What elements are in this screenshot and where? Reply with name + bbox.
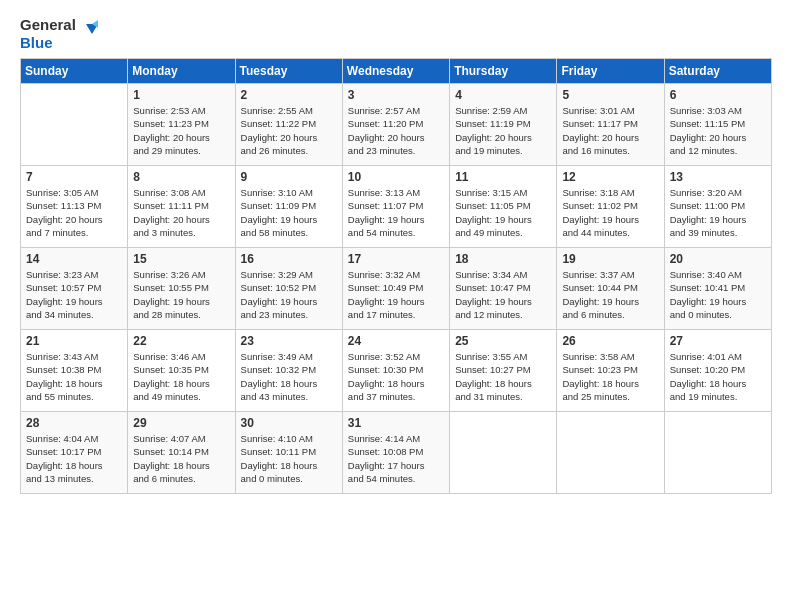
calendar-cell: 3Sunrise: 2:57 AM Sunset: 11:20 PM Dayli… [342,84,449,166]
day-info: Sunrise: 3:26 AM Sunset: 10:55 PM Daylig… [133,268,229,321]
day-number: 19 [562,252,658,266]
calendar-cell: 21Sunrise: 3:43 AM Sunset: 10:38 PM Dayl… [21,330,128,412]
day-number: 3 [348,88,444,102]
day-info: Sunrise: 3:58 AM Sunset: 10:23 PM Daylig… [562,350,658,403]
day-number: 30 [241,416,337,430]
day-number: 17 [348,252,444,266]
calendar-cell: 28Sunrise: 4:04 AM Sunset: 10:17 PM Dayl… [21,412,128,494]
weekday-friday: Friday [557,59,664,84]
day-info: Sunrise: 3:55 AM Sunset: 10:27 PM Daylig… [455,350,551,403]
week-row-2: 7Sunrise: 3:05 AM Sunset: 11:13 PM Dayli… [21,166,772,248]
day-number: 24 [348,334,444,348]
calendar-cell: 26Sunrise: 3:58 AM Sunset: 10:23 PM Dayl… [557,330,664,412]
calendar-cell [557,412,664,494]
weekday-tuesday: Tuesday [235,59,342,84]
calendar-cell: 29Sunrise: 4:07 AM Sunset: 10:14 PM Dayl… [128,412,235,494]
logo: General Blue [20,16,98,52]
day-number: 21 [26,334,122,348]
logo-container: General Blue [20,16,98,52]
day-info: Sunrise: 4:01 AM Sunset: 10:20 PM Daylig… [670,350,766,403]
calendar-cell: 11Sunrise: 3:15 AM Sunset: 11:05 PM Dayl… [450,166,557,248]
day-info: Sunrise: 2:57 AM Sunset: 11:20 PM Daylig… [348,104,444,157]
day-info: Sunrise: 2:59 AM Sunset: 11:19 PM Daylig… [455,104,551,157]
day-info: Sunrise: 3:32 AM Sunset: 10:49 PM Daylig… [348,268,444,321]
day-number: 31 [348,416,444,430]
week-row-4: 21Sunrise: 3:43 AM Sunset: 10:38 PM Dayl… [21,330,772,412]
calendar-cell: 2Sunrise: 2:55 AM Sunset: 11:22 PM Dayli… [235,84,342,166]
calendar-cell: 8Sunrise: 3:08 AM Sunset: 11:11 PM Dayli… [128,166,235,248]
day-info: Sunrise: 3:52 AM Sunset: 10:30 PM Daylig… [348,350,444,403]
calendar-cell: 17Sunrise: 3:32 AM Sunset: 10:49 PM Dayl… [342,248,449,330]
calendar-cell: 24Sunrise: 3:52 AM Sunset: 10:30 PM Dayl… [342,330,449,412]
day-number: 11 [455,170,551,184]
calendar-cell: 16Sunrise: 3:29 AM Sunset: 10:52 PM Dayl… [235,248,342,330]
day-info: Sunrise: 4:04 AM Sunset: 10:17 PM Daylig… [26,432,122,485]
calendar-cell: 13Sunrise: 3:20 AM Sunset: 11:00 PM Dayl… [664,166,771,248]
week-row-1: 1Sunrise: 2:53 AM Sunset: 11:23 PM Dayli… [21,84,772,166]
calendar-cell: 25Sunrise: 3:55 AM Sunset: 10:27 PM Dayl… [450,330,557,412]
day-number: 23 [241,334,337,348]
day-number: 25 [455,334,551,348]
day-info: Sunrise: 3:03 AM Sunset: 11:15 PM Daylig… [670,104,766,157]
day-number: 6 [670,88,766,102]
day-info: Sunrise: 3:43 AM Sunset: 10:38 PM Daylig… [26,350,122,403]
calendar-cell: 18Sunrise: 3:34 AM Sunset: 10:47 PM Dayl… [450,248,557,330]
weekday-sunday: Sunday [21,59,128,84]
calendar-cell: 15Sunrise: 3:26 AM Sunset: 10:55 PM Dayl… [128,248,235,330]
day-info: Sunrise: 2:53 AM Sunset: 11:23 PM Daylig… [133,104,229,157]
calendar-cell: 12Sunrise: 3:18 AM Sunset: 11:02 PM Dayl… [557,166,664,248]
week-row-5: 28Sunrise: 4:04 AM Sunset: 10:17 PM Dayl… [21,412,772,494]
calendar-cell: 20Sunrise: 3:40 AM Sunset: 10:41 PM Dayl… [664,248,771,330]
day-number: 18 [455,252,551,266]
day-info: Sunrise: 4:14 AM Sunset: 10:08 PM Daylig… [348,432,444,485]
day-info: Sunrise: 3:29 AM Sunset: 10:52 PM Daylig… [241,268,337,321]
day-number: 10 [348,170,444,184]
logo-text: General Blue [20,16,76,52]
day-number: 22 [133,334,229,348]
calendar-cell: 27Sunrise: 4:01 AM Sunset: 10:20 PM Dayl… [664,330,771,412]
calendar-cell: 5Sunrise: 3:01 AM Sunset: 11:17 PM Dayli… [557,84,664,166]
weekday-monday: Monday [128,59,235,84]
day-number: 14 [26,252,122,266]
day-info: Sunrise: 4:10 AM Sunset: 10:11 PM Daylig… [241,432,337,485]
day-info: Sunrise: 3:13 AM Sunset: 11:07 PM Daylig… [348,186,444,239]
calendar-cell: 14Sunrise: 3:23 AM Sunset: 10:57 PM Dayl… [21,248,128,330]
calendar-cell [664,412,771,494]
calendar-cell: 19Sunrise: 3:37 AM Sunset: 10:44 PM Dayl… [557,248,664,330]
calendar-cell: 4Sunrise: 2:59 AM Sunset: 11:19 PM Dayli… [450,84,557,166]
calendar-page: General Blue SundayMondayTuesdayWednesda… [0,0,792,612]
day-number: 20 [670,252,766,266]
day-number: 12 [562,170,658,184]
day-info: Sunrise: 3:34 AM Sunset: 10:47 PM Daylig… [455,268,551,321]
day-info: Sunrise: 3:18 AM Sunset: 11:02 PM Daylig… [562,186,658,239]
day-number: 7 [26,170,122,184]
day-number: 26 [562,334,658,348]
calendar-cell [21,84,128,166]
day-number: 2 [241,88,337,102]
calendar-cell: 23Sunrise: 3:49 AM Sunset: 10:32 PM Dayl… [235,330,342,412]
calendar-cell: 1Sunrise: 2:53 AM Sunset: 11:23 PM Dayli… [128,84,235,166]
day-info: Sunrise: 3:10 AM Sunset: 11:09 PM Daylig… [241,186,337,239]
calendar-cell [450,412,557,494]
calendar-cell: 30Sunrise: 4:10 AM Sunset: 10:11 PM Dayl… [235,412,342,494]
day-number: 27 [670,334,766,348]
calendar-cell: 22Sunrise: 3:46 AM Sunset: 10:35 PM Dayl… [128,330,235,412]
calendar-body: 1Sunrise: 2:53 AM Sunset: 11:23 PM Dayli… [21,84,772,494]
weekday-saturday: Saturday [664,59,771,84]
day-info: Sunrise: 3:40 AM Sunset: 10:41 PM Daylig… [670,268,766,321]
day-info: Sunrise: 3:23 AM Sunset: 10:57 PM Daylig… [26,268,122,321]
day-info: Sunrise: 4:07 AM Sunset: 10:14 PM Daylig… [133,432,229,485]
day-info: Sunrise: 3:20 AM Sunset: 11:00 PM Daylig… [670,186,766,239]
day-number: 1 [133,88,229,102]
day-number: 4 [455,88,551,102]
calendar-table: SundayMondayTuesdayWednesdayThursdayFrid… [20,58,772,494]
day-number: 8 [133,170,229,184]
header: General Blue [20,16,772,52]
day-number: 13 [670,170,766,184]
calendar-cell: 10Sunrise: 3:13 AM Sunset: 11:07 PM Dayl… [342,166,449,248]
week-row-3: 14Sunrise: 3:23 AM Sunset: 10:57 PM Dayl… [21,248,772,330]
day-number: 15 [133,252,229,266]
weekday-header-row: SundayMondayTuesdayWednesdayThursdayFrid… [21,59,772,84]
day-number: 16 [241,252,337,266]
day-info: Sunrise: 3:37 AM Sunset: 10:44 PM Daylig… [562,268,658,321]
